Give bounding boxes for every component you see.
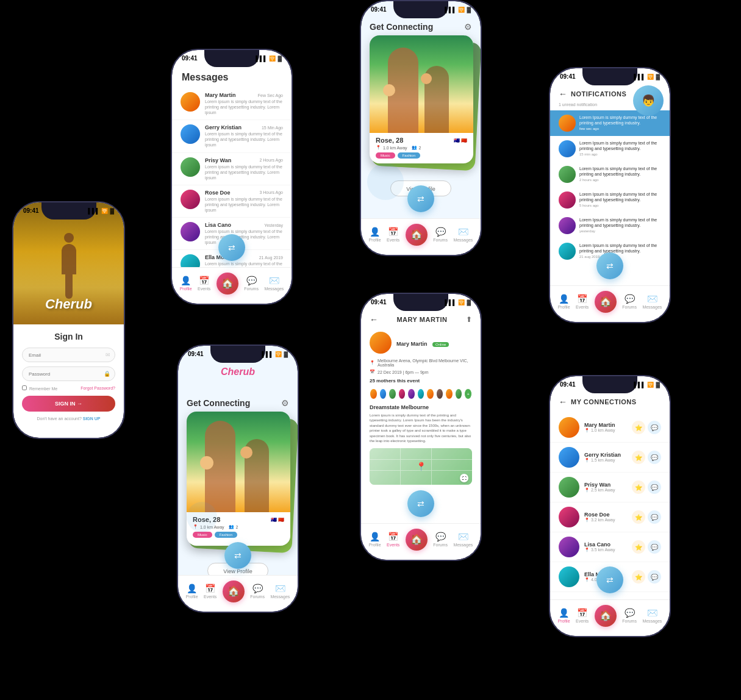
back-button[interactable]: ←	[370, 315, 378, 324]
like-button[interactable]: ⭐	[632, 451, 645, 464]
message-button[interactable]: 💬	[648, 510, 661, 524]
connection-distance: 📍 3.5 km Away	[584, 548, 627, 552]
nav-events[interactable]: 📅 Events	[387, 532, 399, 547]
float-action-button[interactable]: ⇄	[407, 185, 434, 212]
nav-profile[interactable]: 👤 Profile	[180, 276, 192, 291]
home-button[interactable]: 🏠	[595, 605, 617, 627]
nav-events[interactable]: 📅 Events	[198, 276, 210, 291]
email-field[interactable]: ✉	[22, 348, 115, 362]
nav-forums[interactable]: 💬 Forums	[250, 584, 265, 599]
nav-home[interactable]: 🏠	[595, 291, 617, 313]
message-button[interactable]: 💬	[648, 451, 661, 464]
connection-item[interactable]: Mary Martin 📍 1.0 km Away ⭐ 💬	[550, 413, 670, 443]
connection-item[interactable]: Prisy Wan 📍 2.5 km Away ⭐ 💬	[550, 473, 670, 502]
message-button[interactable]: 💬	[648, 421, 661, 434]
float-action-button[interactable]: ⇄	[596, 566, 623, 593]
messages-icon: ✉️	[458, 227, 468, 237]
nav-home[interactable]: 🏠	[223, 580, 245, 602]
connect-title: Get Connecting	[370, 22, 433, 32]
message-item[interactable]: Mary MartinFew Sec Ago Lorem ipsum is si…	[172, 88, 292, 120]
nav-events[interactable]: 📅 Events	[576, 608, 589, 623]
home-button[interactable]: 🏠	[595, 291, 617, 313]
message-item[interactable]: Rose Doe3 Hours Ago Lorem ipsum is simpl…	[172, 185, 292, 218]
msg-text: Lorem ipsum is simply dummy text of the …	[205, 164, 283, 180]
events-icon: 📅	[388, 227, 398, 237]
message-button[interactable]: 💬	[648, 540, 661, 554]
nav-messages[interactable]: ✉️ Messages	[270, 584, 290, 599]
forgot-password-link[interactable]: Forgot Password?	[81, 386, 115, 390]
nav-profile[interactable]: 👤 Profile	[369, 532, 381, 547]
status-bar-messages: 09:41 ▌▌▌ 🛜 ▓	[182, 55, 282, 62]
signin-button[interactable]: SIGN IN →	[22, 396, 115, 412]
float-action-button[interactable]: ⇄	[407, 490, 434, 517]
nav-forums[interactable]: 💬 Forums	[622, 608, 637, 623]
like-button[interactable]: ⭐	[632, 421, 645, 434]
like-button[interactable]: ⭐	[632, 540, 645, 554]
nav-profile[interactable]: 👤 Profile	[369, 227, 381, 242]
notification-item[interactable]: Lorem Ipsum is simply dummy text of the …	[550, 187, 670, 213]
event-text: Lorem ipsum is simply dummy text of the …	[361, 412, 481, 445]
nav-messages[interactable]: ✉️ Messages	[453, 227, 473, 242]
remember-checkbox[interactable]	[22, 385, 27, 390]
back-button[interactable]: ←	[559, 89, 567, 99]
nav-events[interactable]: 📅 Events	[576, 294, 589, 309]
home-button[interactable]: 🏠	[217, 273, 238, 295]
connection-avatar	[559, 566, 579, 587]
nav-profile[interactable]: 👤 Profile	[558, 608, 570, 623]
nav-events-label: Events	[576, 619, 589, 623]
back-button[interactable]: ←	[559, 397, 567, 407]
nav-profile[interactable]: 👤 Profile	[558, 294, 570, 309]
filter-icon[interactable]: ⚙	[464, 22, 472, 32]
message-button[interactable]: 💬	[648, 480, 661, 494]
message-item[interactable]: Gerry Kristian15 Min Ago Lorem ipsum is …	[172, 120, 292, 152]
home-button[interactable]: 🏠	[223, 580, 245, 602]
message-item[interactable]: Prisy Wan2 Hours Ago Lorem ipsum is simp…	[172, 153, 292, 185]
nav-messages[interactable]: ✉️ Messages	[642, 608, 662, 623]
nav-forums[interactable]: 💬 Forums	[244, 276, 259, 291]
home-button[interactable]: 🏠	[406, 224, 428, 246]
nav-profile[interactable]: 👤 Profile	[186, 584, 198, 599]
like-button[interactable]: ⭐	[632, 570, 645, 584]
float-action-button[interactable]: ⇄	[218, 234, 245, 261]
avatar	[181, 124, 200, 144]
messages-icon: ✉️	[269, 276, 279, 285]
email-input[interactable]	[22, 348, 115, 362]
connection-item[interactable]: Lisa Cano 📍 3.5 km Away ⭐ 💬	[550, 532, 670, 562]
profile-card-front[interactable]: Rose, 28 🇦🇺 🇨🇳 📍1.0 km Away 👥2 Music Fas…	[370, 35, 473, 163]
notification-item[interactable]: Lorem Ipsum is simply dummy text of the …	[550, 162, 670, 187]
nav-events[interactable]: 📅 Events	[387, 227, 399, 242]
nav-messages[interactable]: ✉️ Messages	[453, 532, 473, 547]
nav-events-label: Events	[576, 305, 589, 309]
password-field[interactable]: 🔒	[22, 366, 115, 381]
nav-forums[interactable]: 💬 Forums	[433, 532, 448, 547]
connection-item[interactable]: Gerry Kristian 📍 1.5 km Away ⭐ 💬	[550, 443, 670, 473]
filter-icon[interactable]: ⚙	[281, 398, 289, 408]
password-input[interactable]	[22, 366, 115, 381]
float-action-button[interactable]: ⇄	[596, 252, 623, 279]
wifi-icon: 🛜	[269, 55, 276, 62]
nav-home[interactable]: 🏠	[406, 224, 428, 246]
nav-home[interactable]: 🏠	[406, 529, 428, 551]
notification-item[interactable]: Lorem Ipsum is simply dummy text of the …	[550, 136, 670, 162]
bottom-nav: 👤 Profile 📅 Events 🏠 💬 Forums ✉️ Message…	[550, 599, 670, 636]
signup-link[interactable]: SIGN UP	[83, 416, 101, 421]
nav-forums[interactable]: 💬 Forums	[433, 227, 448, 242]
connection-name: Mary Martin	[584, 422, 627, 428]
nav-forums[interactable]: 💬 Forums	[622, 294, 637, 309]
nav-messages[interactable]: ✉️ Messages	[264, 276, 284, 291]
connection-item[interactable]: Rose Doe 📍 3.2 km Away ⭐ 💬	[550, 502, 670, 532]
share-button[interactable]: ⬆	[466, 315, 472, 324]
remember-label[interactable]: Remember Me	[22, 385, 57, 391]
notification-item[interactable]: Lorem Ipsum is simply dummy text of the …	[550, 213, 670, 238]
nav-events[interactable]: 📅 Events	[204, 584, 217, 599]
nav-messages[interactable]: ✉️ Messages	[642, 294, 662, 309]
nav-home[interactable]: 🏠	[217, 273, 238, 295]
nav-home[interactable]: 🏠	[595, 605, 617, 627]
message-button[interactable]: 💬	[648, 570, 661, 584]
like-button[interactable]: ⭐	[632, 480, 645, 494]
events-icon: 📅	[388, 532, 398, 541]
signal-icon: ▌▌▌	[262, 351, 273, 357]
float-action-button[interactable]: ⇄	[224, 542, 251, 569]
home-button[interactable]: 🏠	[406, 529, 428, 551]
like-button[interactable]: ⭐	[632, 510, 645, 524]
